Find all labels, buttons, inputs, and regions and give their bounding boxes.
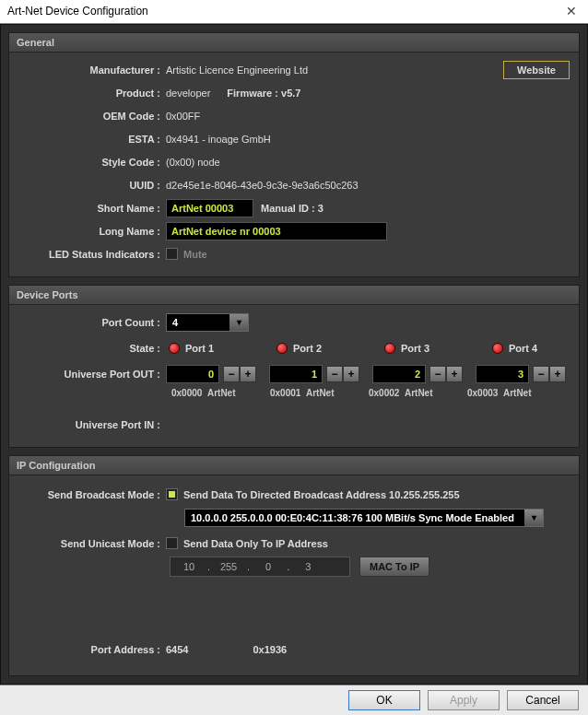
state-label: State : xyxy=(18,343,166,354)
universe-out-0: −+ xyxy=(166,365,256,383)
port-address-label: Port Address : xyxy=(18,644,166,655)
universe-in-label: Universe Port IN : xyxy=(18,419,166,430)
oem-label: OEM Code : xyxy=(18,111,166,122)
panel-device-ports-header: Device Ports xyxy=(9,286,579,305)
universe-out-1: −+ xyxy=(269,365,359,383)
broadcast-checkbox[interactable] xyxy=(166,488,178,500)
universe-hex-row: 0x0000 ArtNet 0x0001 ArtNet 0x0002 ArtNe… xyxy=(171,388,570,398)
interface-select[interactable]: 10.0.0.0 255.0.0.0 00:E0:4C:11:38:76 100… xyxy=(184,509,544,527)
port-address-dec: 6454 xyxy=(166,644,188,655)
plus-button[interactable]: + xyxy=(549,366,566,382)
unicast-mode-label: Send Unicast Mode : xyxy=(18,538,166,549)
ip-octet-3[interactable] xyxy=(289,557,326,576)
close-icon[interactable]: ✕ xyxy=(562,4,581,18)
minus-button[interactable]: − xyxy=(533,366,549,382)
universe-1-input[interactable] xyxy=(269,365,323,383)
plus-button[interactable]: + xyxy=(446,366,463,382)
cancel-button[interactable]: Cancel xyxy=(507,690,579,710)
universe-2-input[interactable] xyxy=(372,365,426,383)
manualid-value: Manual ID : 3 xyxy=(261,203,323,214)
website-button[interactable]: Website xyxy=(503,61,570,79)
plus-button[interactable]: + xyxy=(240,366,256,382)
universe-3-input[interactable] xyxy=(476,365,529,383)
unicast-text: Send Data Only To IP Address xyxy=(183,538,328,549)
uuid-label: UUID : xyxy=(18,180,166,191)
port-1-state: Port 1 xyxy=(169,343,238,354)
portcount-value: 4 xyxy=(172,317,178,328)
universe-out-3: −+ xyxy=(476,365,566,383)
led-icon xyxy=(384,343,395,354)
firmware-value: Firmware : v5.7 xyxy=(227,88,300,99)
apply-button[interactable]: Apply xyxy=(428,690,500,710)
product-label: Product : xyxy=(18,88,166,99)
longname-label: Long Name : xyxy=(18,226,166,237)
panel-general: General Manufacturer : Artistic Licence … xyxy=(8,32,580,277)
dialog-content: General Manufacturer : Artistic Licence … xyxy=(0,24,588,685)
panel-device-ports: Device Ports Port Count : 4 ▾ State : Po… xyxy=(8,285,580,448)
led-icon xyxy=(276,343,288,354)
panel-ip-configuration: IP Configuration Send Broadcast Mode : S… xyxy=(8,455,580,676)
minus-button[interactable]: − xyxy=(223,366,240,382)
ip-octet-2[interactable] xyxy=(250,557,287,576)
ip-octet-1[interactable] xyxy=(210,557,247,576)
ledstatus-label: LED Status Indicators : xyxy=(18,249,166,260)
titlebar: Art-Net Device Configuration ✕ xyxy=(0,0,588,24)
portcount-label: Port Count : xyxy=(18,317,166,328)
chevron-down-icon: ▾ xyxy=(229,314,248,331)
ok-button[interactable]: OK xyxy=(348,690,420,710)
stylecode-value: (0x00) node xyxy=(166,157,220,168)
chevron-down-icon: ▾ xyxy=(524,510,543,526)
universe-out-2: −+ xyxy=(372,365,463,383)
port-3-state: Port 3 xyxy=(384,343,453,354)
stylecode-label: Style Code : xyxy=(18,157,166,168)
shortname-input[interactable] xyxy=(166,199,253,217)
universe-out-label: Universe Port OUT : xyxy=(18,369,166,380)
portcount-select[interactable]: 4 ▾ xyxy=(166,313,249,332)
universe-0-input[interactable] xyxy=(166,365,219,383)
buttons-bar: OK Apply Cancel xyxy=(0,685,588,715)
manufacturer-label: Manufacturer : xyxy=(18,64,166,76)
oem-value: 0x00FF xyxy=(166,111,200,122)
uuid-value: d2e45e1e-8046-43e0-9c3e-9e3a6c50c263 xyxy=(166,180,359,191)
broadcast-mode-label: Send Broadcast Mode : xyxy=(18,489,166,500)
port-2-state: Port 2 xyxy=(276,343,346,354)
unicast-checkbox[interactable] xyxy=(166,537,178,549)
ip-octet-0[interactable] xyxy=(171,557,207,576)
window-title: Art-Net Device Configuration xyxy=(7,5,562,18)
manufacturer-value: Artistic Licence Engineering Ltd xyxy=(166,64,308,76)
panel-general-header: General xyxy=(9,33,579,53)
minus-button[interactable]: − xyxy=(429,366,446,382)
esta-label: ESTA : xyxy=(18,134,166,145)
product-value: developer xyxy=(166,88,210,99)
port-4-state: Port 4 xyxy=(492,343,561,354)
minus-button[interactable]: − xyxy=(326,366,343,382)
panel-ip-configuration-header: IP Configuration xyxy=(9,456,579,475)
longname-input[interactable] xyxy=(166,222,387,240)
shortname-label: Short Name : xyxy=(18,203,166,214)
esta-value: 0x4941 - inoage GmbH xyxy=(166,134,271,145)
mute-checkbox[interactable] xyxy=(166,248,178,260)
port-address-hex: 0x1936 xyxy=(253,644,287,655)
led-icon xyxy=(169,343,180,354)
mac-to-ip-button[interactable]: MAC To IP xyxy=(359,557,429,577)
ip-address-field[interactable]: . . . xyxy=(170,557,350,577)
broadcast-text: Send Data To Directed Broadcast Address … xyxy=(183,489,460,500)
interface-text: 10.0.0.0 255.0.0.0 00:E0:4C:11:38:76 100… xyxy=(191,512,514,523)
plus-button[interactable]: + xyxy=(343,366,359,382)
led-icon xyxy=(492,343,503,354)
mute-label: Mute xyxy=(183,249,207,260)
